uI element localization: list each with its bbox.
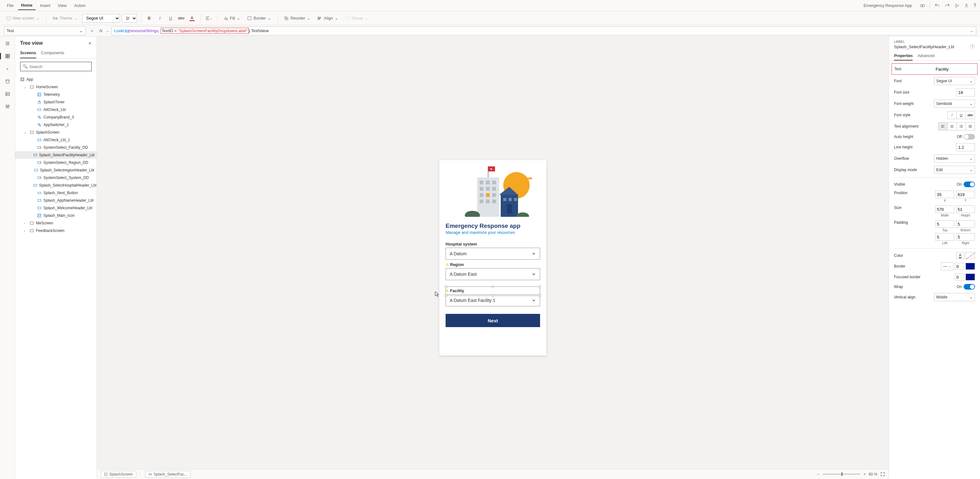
canvas-area[interactable]: ♥ Emergency Response app Manage and maxi…: [97, 37, 889, 479]
breadcrumb-control[interactable]: Splash_SelectFac...: [145, 471, 191, 478]
align-button[interactable]: Align⌄: [315, 14, 341, 22]
tree-item[interactable]: ⌄SplashScreen: [15, 129, 97, 136]
prop-fontweight-select[interactable]: Semibold⌄: [934, 100, 975, 108]
tree-app-root[interactable]: App: [15, 76, 97, 83]
menu-action[interactable]: Action: [71, 1, 89, 10]
prop-textcolor-button[interactable]: A: [956, 252, 964, 259]
insert-icon[interactable]: +: [5, 65, 11, 72]
prop-padding-top[interactable]: [935, 220, 954, 228]
tree-item[interactable]: SystemSelect_Region_DD: [15, 159, 97, 166]
search-input[interactable]: [20, 62, 92, 71]
prop-border-style[interactable]: —⌄: [941, 262, 953, 270]
group-button[interactable]: Group⌄: [343, 14, 371, 22]
prop-overflow-select[interactable]: Hidden⌄: [934, 155, 975, 163]
env-icon[interactable]: [920, 3, 925, 8]
prop-visible-toggle[interactable]: [964, 182, 975, 187]
underline-button[interactable]: U: [166, 14, 175, 23]
property-selector[interactable]: Text ⌄: [4, 27, 86, 35]
hospital-select[interactable]: A Datum: [445, 248, 540, 260]
zoom-in-button[interactable]: +: [864, 472, 866, 476]
text-align-button[interactable]: ⌄: [204, 14, 213, 23]
tree-item[interactable]: SystemSelect_System_DD: [15, 174, 97, 182]
tree-item[interactable]: Splash_SelectregionHeader_Lbl: [15, 166, 97, 174]
prop-border-color[interactable]: [966, 263, 975, 270]
data-icon[interactable]: [5, 78, 11, 85]
tab-properties[interactable]: Properties: [894, 52, 913, 61]
prop-position-x[interactable]: [935, 191, 954, 198]
prop-fontsize-input[interactable]: [956, 88, 975, 96]
prop-autoheight-toggle[interactable]: [964, 134, 975, 140]
prop-border-width[interactable]: [955, 263, 964, 270]
new-screen-button[interactable]: New screen ⌄: [4, 14, 42, 22]
tree-item[interactable]: Splash_AppNameHeader_Lbl: [15, 196, 97, 204]
tree-item[interactable]: AltCheck_Lbl: [15, 106, 97, 113]
tree-item[interactable]: ⌄HomeScreen: [15, 83, 97, 91]
play-icon[interactable]: [955, 3, 959, 8]
breadcrumb-screen[interactable]: SplashScreen: [101, 471, 136, 478]
close-icon[interactable]: ✕: [88, 41, 92, 46]
tab-components[interactable]: Components: [41, 48, 65, 58]
tree-item[interactable]: Splash_SelectHospitalHeader_Lbl: [15, 182, 97, 189]
tree-item[interactable]: Telemetry: [15, 91, 97, 98]
border-button[interactable]: Border⌄: [245, 14, 274, 22]
tree-item[interactable]: AltCheck_Lbl_1: [15, 136, 97, 144]
font-select[interactable]: Segoe UI: [82, 14, 120, 23]
tree-item[interactable]: AppSwitcher_1: [15, 121, 97, 129]
prop-fontstyle-group[interactable]: / U abc: [947, 111, 975, 119]
tree-item[interactable]: Splash_SelectFacilityHeader_Lbl⋯: [15, 151, 97, 159]
help-icon[interactable]: ?: [970, 44, 975, 49]
zoom-out-button[interactable]: −: [817, 472, 819, 476]
fill-button[interactable]: Fill⌄: [221, 14, 243, 22]
prop-textalign-group[interactable]: [938, 122, 975, 131]
menu-view[interactable]: View: [55, 1, 70, 10]
zoom-slider[interactable]: [822, 474, 860, 474]
tree-item[interactable]: Splash_WelcomeHeader_Lbl: [15, 204, 97, 212]
prop-size-width[interactable]: [935, 206, 954, 213]
undo-icon[interactable]: [934, 3, 940, 8]
menu-insert[interactable]: Insert: [37, 1, 54, 10]
tree-item[interactable]: SplashTimer: [15, 98, 97, 106]
tree-item[interactable]: CompanyBrand_3: [15, 113, 97, 121]
hamburger-icon[interactable]: [5, 40, 11, 46]
prop-padding-right[interactable]: [956, 233, 975, 241]
font-size-select[interactable]: 18: [122, 14, 137, 23]
prop-position-y[interactable]: [956, 191, 975, 198]
menu-home[interactable]: Home: [18, 1, 36, 10]
strike-button[interactable]: abc: [177, 14, 186, 23]
prop-valign-select[interactable]: Middle⌄: [934, 293, 975, 301]
prop-wrap-toggle[interactable]: [964, 284, 975, 290]
prop-text-input[interactable]: [934, 65, 975, 73]
prop-padding-bottom[interactable]: [956, 220, 975, 228]
share-icon[interactable]: [964, 3, 969, 8]
prop-lineheight-input[interactable]: [956, 143, 975, 151]
tree-view-icon[interactable]: [5, 53, 11, 59]
tree-item[interactable]: ›FeedbackScreen: [15, 227, 97, 235]
bold-button[interactable]: B: [145, 14, 154, 23]
tab-screens[interactable]: Screens: [20, 48, 36, 58]
advanced-icon[interactable]: [5, 103, 11, 110]
redo-icon[interactable]: [944, 3, 950, 8]
prop-focusedborder-width[interactable]: [955, 273, 964, 281]
formula-input[interactable]: LookUp(resourceStrings, TextID = "Splash…: [111, 27, 976, 35]
prop-size-height[interactable]: [956, 206, 975, 213]
menu-file[interactable]: File: [4, 1, 17, 10]
prop-bgcolor-swatch[interactable]: [966, 252, 975, 259]
italic-button[interactable]: I: [156, 14, 164, 23]
font-color-button[interactable]: A: [188, 14, 197, 23]
tab-advanced[interactable]: Advanced: [918, 52, 934, 61]
fit-screen-icon[interactable]: [880, 472, 885, 476]
tree-item[interactable]: Splash_Next_Button: [15, 189, 97, 196]
help-icon[interactable]: ?: [974, 3, 976, 8]
prop-padding-left[interactable]: [935, 233, 954, 241]
prop-font-select[interactable]: Segoe UI⌄: [934, 77, 975, 85]
region-select[interactable]: A Datum East: [445, 268, 540, 280]
tree-item[interactable]: Splash_Main_Icon: [15, 212, 97, 219]
media-icon[interactable]: [5, 91, 11, 97]
reorder-button[interactable]: Reorder⌄: [282, 14, 313, 22]
theme-button[interactable]: Aa Theme ⌄: [50, 14, 80, 22]
tree-item[interactable]: SystemSelect_Facility_DD: [15, 144, 97, 151]
tree-item[interactable]: ›MeScreen: [15, 219, 97, 227]
next-button[interactable]: Next: [445, 314, 540, 327]
prop-focusedborder-color[interactable]: [966, 273, 975, 281]
prop-displaymode-select[interactable]: Edit⌄: [934, 166, 975, 174]
